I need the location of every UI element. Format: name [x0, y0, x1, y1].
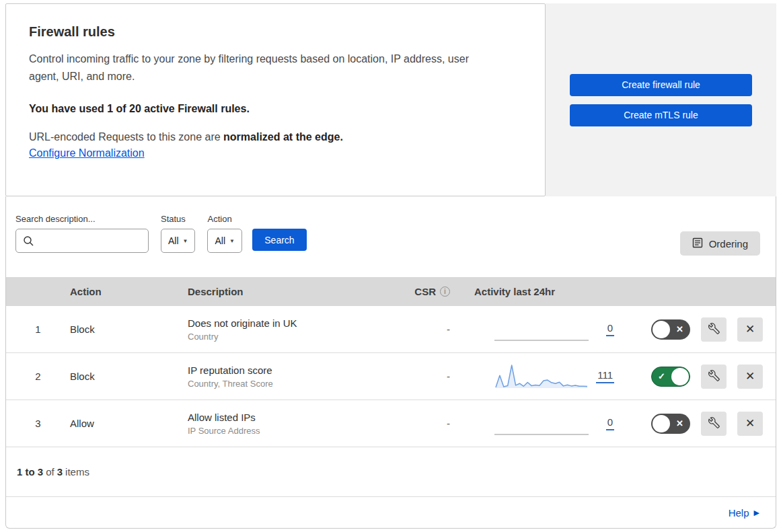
- rule-priority: 1: [6, 324, 70, 335]
- action-dropdown[interactable]: All ▼: [207, 229, 241, 253]
- cta-panel: Create firewall rule Create mTLS rule: [546, 3, 776, 196]
- activity-count-link[interactable]: 0: [606, 322, 614, 336]
- create-firewall-rule-button[interactable]: Create firewall rule: [570, 74, 752, 96]
- activity-sparkline: [494, 315, 589, 344]
- toggle-knob: [671, 368, 689, 385]
- wrench-icon: [708, 370, 720, 383]
- edit-rule-button[interactable]: [701, 317, 727, 342]
- rule-activity: 0: [463, 315, 629, 344]
- wrench-icon: [708, 417, 720, 430]
- rule-priority: 3: [6, 418, 70, 429]
- arrow-right-icon: ▶: [754, 508, 759, 517]
- enable-toggle[interactable]: ✓: [651, 367, 690, 387]
- rule-action: Allow: [70, 418, 188, 429]
- intro-card: Firewall rules Control incoming traffic …: [5, 3, 546, 196]
- firewall-rules-page: Firewall rules Control incoming traffic …: [0, 0, 781, 532]
- table-row: 2 Block IP reputation score Country, Thr…: [6, 353, 776, 400]
- enable-toggle[interactable]: ✕: [651, 319, 690, 340]
- normalization-bold: normalized at the edge.: [223, 131, 343, 143]
- rule-action: Block: [70, 324, 188, 335]
- edit-rule-button[interactable]: [701, 365, 727, 389]
- table-row: 3 Allow Allow listed IPs IP Source Addre…: [6, 400, 776, 447]
- configure-normalization-link[interactable]: Configure Normalization: [29, 147, 145, 159]
- wrench-icon: [708, 323, 720, 336]
- items-count-text: 1 to 3 of 3 items: [17, 466, 89, 478]
- rule-controls: ✕ ✕: [629, 412, 776, 436]
- items-total: 3: [57, 466, 63, 478]
- chevron-down-icon: ▼: [183, 238, 188, 244]
- activity-count-link[interactable]: 111: [596, 369, 614, 383]
- rule-csr: -: [396, 371, 463, 382]
- table-footer: 1 to 3 of 3 items: [6, 447, 776, 497]
- ordering-list-icon: [692, 237, 703, 250]
- rule-fields: Country: [188, 332, 396, 342]
- table-header: Action Description CSR i Activity last 2…: [6, 277, 776, 306]
- search-input[interactable]: [15, 229, 149, 253]
- normalization-prefix: URL-encoded Requests to this zone are: [29, 131, 223, 143]
- toggle-state-icon: ✕: [676, 324, 683, 334]
- enable-toggle[interactable]: ✕: [651, 414, 690, 434]
- activity-sparkline: [494, 409, 589, 439]
- status-label: Status: [161, 214, 195, 224]
- delete-rule-button[interactable]: ✕: [737, 412, 763, 436]
- action-dropdown-value: All: [215, 235, 225, 246]
- help-link[interactable]: Help ▶: [729, 507, 759, 519]
- rule-csr: -: [396, 324, 463, 335]
- toggle-state-icon: ✕: [676, 418, 683, 428]
- info-icon[interactable]: i: [440, 287, 450, 297]
- close-icon: ✕: [745, 322, 755, 336]
- table-row: 1 Block Does not originate in UK Country…: [6, 306, 776, 353]
- help-label: Help: [729, 507, 749, 519]
- search-group: Search description...: [15, 214, 149, 253]
- status-filter-group: Status All ▼: [161, 214, 195, 253]
- col-csr-label: CSR: [414, 286, 436, 297]
- rule-description: Does not originate in UK Country: [188, 317, 396, 342]
- items-word: items: [65, 466, 89, 478]
- search-button[interactable]: Search: [252, 229, 307, 251]
- rule-activity: 0: [463, 409, 629, 439]
- col-activity: Activity last 24hr: [463, 286, 629, 297]
- rule-priority: 2: [6, 371, 70, 382]
- col-csr: CSR i: [396, 286, 463, 297]
- status-dropdown-value: All: [168, 235, 179, 246]
- items-range: 1 to 3: [17, 466, 43, 478]
- page-description: Control incoming traffic to your zone by…: [29, 50, 498, 85]
- create-mtls-rule-button[interactable]: Create mTLS rule: [570, 104, 752, 126]
- usage-notice: You have used 1 of 20 active Firewall ru…: [29, 103, 498, 115]
- search-label: Search description...: [15, 214, 149, 224]
- header-section: Firewall rules Control incoming traffic …: [5, 3, 776, 196]
- filter-bar: Search description... Status All ▼ Actio…: [6, 196, 776, 277]
- rule-controls: ✕ ✕: [629, 317, 776, 342]
- delete-rule-button[interactable]: ✕: [737, 365, 763, 389]
- activity-count-link[interactable]: 0: [606, 416, 614, 430]
- activity-sparkline: [494, 362, 589, 391]
- ordering-button-label: Ordering: [709, 238, 748, 250]
- rule-fields: Country, Threat Score: [188, 379, 396, 389]
- rule-fields: IP Source Address: [188, 426, 396, 436]
- rule-description: Allow listed IPs IP Source Address: [188, 412, 396, 436]
- close-icon: ✕: [745, 416, 755, 430]
- edit-rule-button[interactable]: [701, 412, 727, 436]
- rule-description-title: IP reputation score: [188, 365, 396, 376]
- toggle-knob: [653, 321, 670, 338]
- chevron-down-icon: ▼: [229, 238, 235, 244]
- toggle-state-icon: ✓: [658, 371, 665, 381]
- normalization-text: URL-encoded Requests to this zone are no…: [29, 131, 498, 143]
- page-title: Firewall rules: [29, 24, 498, 40]
- search-icon: [23, 235, 34, 247]
- rule-csr: -: [396, 418, 463, 429]
- close-icon: ✕: [745, 369, 755, 383]
- rules-list-card: Search description... Status All ▼ Actio…: [5, 196, 776, 529]
- col-action: Action: [70, 286, 188, 297]
- help-bar: Help ▶: [6, 497, 776, 528]
- delete-rule-button[interactable]: ✕: [737, 317, 763, 342]
- toggle-knob: [653, 415, 670, 432]
- col-description: Description: [188, 286, 396, 297]
- status-dropdown[interactable]: All ▼: [161, 229, 195, 253]
- action-label: Action: [207, 214, 241, 224]
- action-filter-group: Action All ▼: [207, 214, 241, 253]
- ordering-button[interactable]: Ordering: [680, 231, 760, 256]
- rule-controls: ✓ ✕: [629, 365, 776, 389]
- items-of: of: [46, 466, 54, 478]
- rule-description: IP reputation score Country, Threat Scor…: [188, 365, 396, 389]
